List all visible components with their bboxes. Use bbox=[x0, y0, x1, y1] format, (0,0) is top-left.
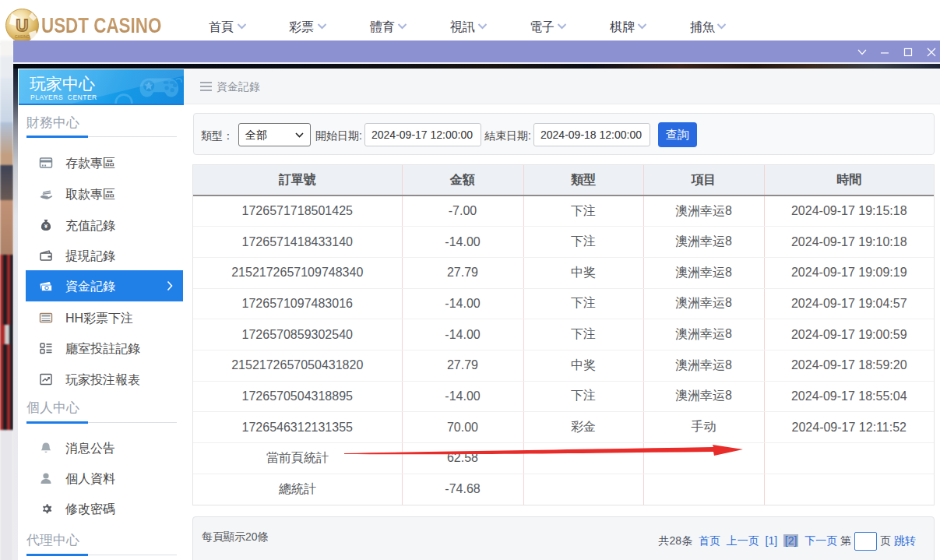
svg-text:CASINO: CASINO bbox=[15, 34, 30, 39]
svg-text:U: U bbox=[16, 16, 29, 35]
svg-text:¥: ¥ bbox=[44, 223, 48, 230]
